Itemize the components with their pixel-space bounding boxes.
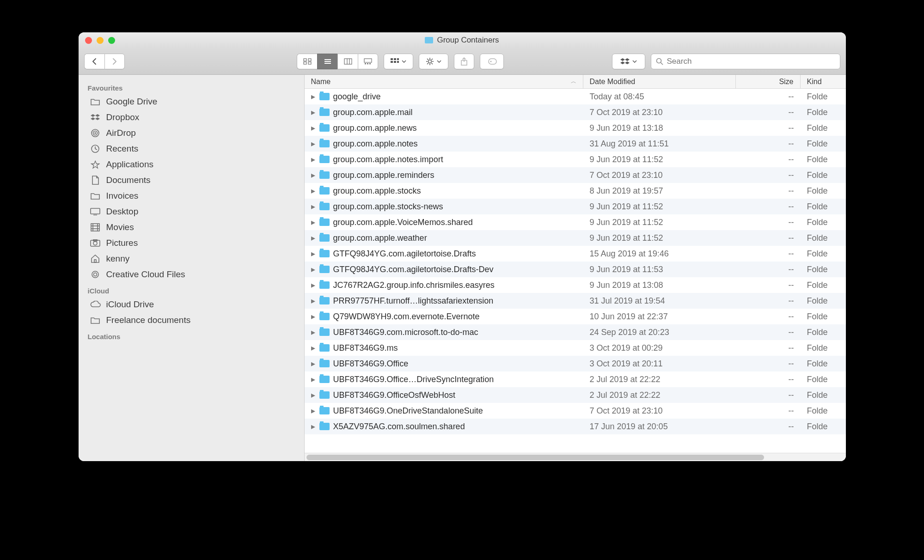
column-header-name[interactable]: Name ︿: [305, 75, 583, 88]
scrollbar-thumb[interactable]: [306, 455, 764, 460]
window-title: Group Containers: [437, 36, 499, 45]
sidebar-section-header: Favourites: [79, 79, 304, 94]
disclosure-triangle-icon[interactable]: ▸: [311, 139, 316, 149]
file-name: group.com.apple.news: [333, 123, 417, 133]
view-list-button[interactable]: [317, 54, 337, 69]
table-row[interactable]: ▸GTFQ98J4YG.com.agiletortoise.Drafts-Dev…: [305, 262, 846, 277]
file-size: --: [736, 390, 801, 400]
disclosure-triangle-icon[interactable]: ▸: [311, 327, 316, 337]
table-row[interactable]: ▸group.com.apple.notes31 Aug 2019 at 11:…: [305, 136, 846, 152]
folder-icon: [319, 234, 330, 242]
disclosure-triangle-icon[interactable]: ▸: [311, 296, 316, 306]
action-button[interactable]: [419, 54, 448, 69]
table-row[interactable]: ▸group.com.apple.stocks8 Jun 2019 at 19:…: [305, 183, 846, 199]
svg-point-50: [92, 271, 98, 278]
table-row[interactable]: ▸UBF8T346G9.ms3 Oct 2019 at 00:29--Folde: [305, 340, 846, 356]
table-row[interactable]: ▸GTFQ98J4YG.com.agiletortoise.Drafts15 A…: [305, 246, 846, 262]
disclosure-triangle-icon[interactable]: ▸: [311, 233, 316, 243]
forward-button[interactable]: [104, 54, 125, 69]
disclosure-triangle-icon[interactable]: ▸: [311, 280, 316, 290]
search-field[interactable]: [651, 54, 840, 69]
folder-icon: [319, 329, 330, 336]
table-row[interactable]: ▸group.com.apple.notes.import9 Jun 2019 …: [305, 152, 846, 167]
table-row[interactable]: ▸UBF8T346G9.com.microsoft.to-do-mac24 Se…: [305, 324, 846, 340]
file-name: UBF8T346G9.Office: [333, 359, 409, 369]
table-row[interactable]: ▸UBF8T346G9.Office3 Oct 2019 at 20:11--F…: [305, 356, 846, 371]
sidebar-item[interactable]: Desktop: [79, 204, 304, 219]
disclosure-triangle-icon[interactable]: ▸: [311, 406, 316, 416]
disclosure-triangle-icon[interactable]: ▸: [311, 374, 316, 384]
disclosure-triangle-icon[interactable]: ▸: [311, 390, 316, 400]
table-row[interactable]: ▸group.com.apple.VoiceMemos.shared9 Jun …: [305, 214, 846, 230]
column-header-date[interactable]: Date Modified: [583, 75, 736, 88]
table-row[interactable]: ▸X5AZV975AG.com.soulmen.shared17 Jun 201…: [305, 419, 846, 434]
disclosure-triangle-icon[interactable]: ▸: [311, 359, 316, 369]
sidebar-item[interactable]: Creative Cloud Files: [79, 267, 304, 282]
folder-icon: [319, 281, 330, 289]
table-row[interactable]: ▸JC767R2AG2.group.info.chrismiles.easyre…: [305, 277, 846, 293]
horizontal-scrollbar[interactable]: [305, 453, 846, 461]
sidebar-item[interactable]: Documents: [79, 172, 304, 188]
table-row[interactable]: ▸group.com.apple.stocks-news9 Jun 2019 a…: [305, 199, 846, 214]
arrange-button[interactable]: [384, 54, 413, 69]
disclosure-triangle-icon[interactable]: ▸: [311, 217, 316, 227]
sidebar-item[interactable]: Google Drive: [79, 94, 304, 110]
sidebar-item[interactable]: Freelance documents: [79, 312, 304, 328]
sidebar-item[interactable]: kenny: [79, 251, 304, 267]
sidebar-item-label: Recents: [106, 144, 139, 154]
disclosure-triangle-icon[interactable]: ▸: [311, 311, 316, 322]
view-icons-button[interactable]: [297, 54, 317, 69]
disclosure-triangle-icon[interactable]: ▸: [311, 107, 316, 117]
svg-line-26: [432, 63, 433, 64]
disclosure-triangle-icon[interactable]: ▸: [311, 201, 316, 212]
sidebar-item[interactable]: Pictures: [79, 235, 304, 251]
sidebar-item[interactable]: Applications: [79, 157, 304, 172]
table-row[interactable]: ▸group.com.apple.weather9 Jun 2019 at 11…: [305, 230, 846, 246]
share-button[interactable]: [454, 54, 474, 69]
view-gallery-button[interactable]: [358, 54, 378, 69]
disclosure-triangle-icon[interactable]: ▸: [311, 264, 316, 274]
table-row[interactable]: ▸UBF8T346G9.Office…DriveSyncIntegration2…: [305, 371, 846, 387]
table-row[interactable]: ▸UBF8T346G9.OneDriveStandaloneSuite7 Oct…: [305, 403, 846, 419]
table-row[interactable]: ▸group.com.apple.reminders7 Oct 2019 at …: [305, 167, 846, 183]
table-row[interactable]: ▸Q79WDW8YH9.com.evernote.Evernote10 Jun …: [305, 309, 846, 324]
sidebar-item[interactable]: Dropbox: [79, 110, 304, 125]
table-row[interactable]: ▸UBF8T346G9.OfficeOsfWebHost2 Jul 2019 a…: [305, 387, 846, 403]
disclosure-triangle-icon[interactable]: ▸: [311, 421, 316, 432]
table-row[interactable]: ▸group.com.apple.news9 Jun 2019 at 13:18…: [305, 120, 846, 136]
sidebar-item-label: AirDrop: [106, 128, 136, 138]
disclosure-triangle-icon[interactable]: ▸: [311, 154, 316, 164]
table-row[interactable]: ▸google_driveToday at 08:45--Folde: [305, 89, 846, 104]
sidebar-item[interactable]: Recents: [79, 141, 304, 157]
table-row[interactable]: ▸PRR97757HF.turnoff…lightssafariextensio…: [305, 293, 846, 309]
disclosure-triangle-icon[interactable]: ▸: [311, 91, 316, 102]
column-header-kind[interactable]: Kind: [801, 75, 846, 88]
folder-icon: [319, 391, 330, 399]
disclosure-triangle-icon[interactable]: ▸: [311, 249, 316, 259]
fullscreen-button[interactable]: [108, 37, 115, 44]
disclosure-triangle-icon[interactable]: ▸: [311, 170, 316, 180]
sidebar-item[interactable]: Invoices: [79, 188, 304, 204]
column-header-size[interactable]: Size: [736, 75, 801, 88]
disclosure-triangle-icon[interactable]: ▸: [311, 343, 316, 353]
file-date: 3 Oct 2019 at 00:29: [583, 343, 736, 353]
tags-button[interactable]: [480, 54, 504, 69]
minimize-button[interactable]: [97, 37, 104, 44]
disclosure-triangle-icon[interactable]: ▸: [311, 186, 316, 196]
disclosure-triangle-icon[interactable]: ▸: [311, 123, 316, 133]
column-headers: Name ︿ Date Modified Size Kind: [305, 75, 846, 89]
dropbox-icon: [620, 57, 630, 66]
file-date: 9 Jun 2019 at 13:08: [583, 280, 736, 290]
sidebar-item[interactable]: Movies: [79, 219, 304, 235]
search-input[interactable]: [667, 57, 835, 66]
svg-rect-10: [364, 59, 372, 62]
table-row[interactable]: ▸group.com.apple.mail7 Oct 2019 at 23:10…: [305, 104, 846, 120]
sidebar-item-label: Google Drive: [106, 97, 158, 107]
file-kind: Folde: [801, 328, 846, 337]
sidebar-item[interactable]: AirDrop: [79, 125, 304, 141]
dropbox-toolbar-button[interactable]: [612, 54, 645, 69]
back-button[interactable]: [84, 54, 104, 69]
view-columns-button[interactable]: [337, 54, 358, 69]
sidebar-item[interactable]: iCloud Drive: [79, 297, 304, 312]
close-button[interactable]: [85, 37, 92, 44]
